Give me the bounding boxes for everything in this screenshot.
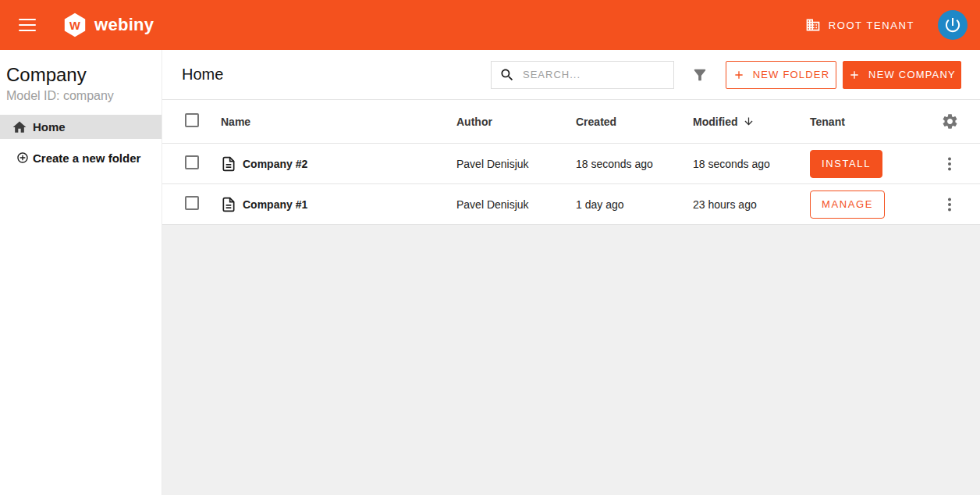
entry-name[interactable]: Company #2 <box>243 158 307 170</box>
entry-created: 18 seconds ago <box>576 158 693 170</box>
new-company-button[interactable]: NEW COMPANY <box>843 61 961 89</box>
sidebar: Company Model ID: company Home Create a … <box>0 50 162 495</box>
model-title: Company <box>0 50 162 86</box>
entry-author: Pavel Denisjuk <box>456 158 576 170</box>
search-box <box>491 61 674 89</box>
new-folder-button[interactable]: NEW FOLDER <box>726 61 836 89</box>
sort-descending-icon <box>743 116 755 127</box>
column-header-created[interactable]: Created <box>576 116 693 128</box>
home-icon <box>12 119 27 135</box>
entry-modified: 18 seconds ago <box>693 158 810 170</box>
search-input[interactable] <box>523 69 666 80</box>
menu-icon[interactable] <box>19 19 36 31</box>
select-all-checkbox[interactable] <box>185 113 199 127</box>
create-folder-button[interactable]: Create a new folder <box>0 146 162 169</box>
main-content: Home NEW FOLDER NEW COMPANY Na <box>162 50 980 495</box>
row-checkbox[interactable] <box>185 155 199 169</box>
plus-icon <box>848 69 861 81</box>
kebab-menu-icon[interactable] <box>945 194 954 215</box>
column-header-modified[interactable]: Modified <box>693 116 810 128</box>
column-header-author[interactable]: Author <box>456 116 576 128</box>
table-row[interactable]: Company #1 Pavel Denisjuk 1 day ago 23 h… <box>162 184 980 225</box>
create-folder-label: Create a new folder <box>33 151 140 165</box>
add-circle-icon <box>16 151 29 164</box>
tenant-label: ROOT TENANT <box>829 20 914 31</box>
table-header: Name Author Created Modified Tenant <box>162 100 980 144</box>
page-title: Home <box>182 66 223 84</box>
row-checkbox[interactable] <box>185 196 199 210</box>
column-header-name[interactable]: Name <box>221 116 456 128</box>
sidebar-item-home[interactable]: Home <box>0 115 162 139</box>
tenant-install-button[interactable]: INSTALL <box>810 150 882 178</box>
webiny-hexagon-icon: W <box>62 12 87 37</box>
document-icon <box>221 196 236 213</box>
sidebar-item-label: Home <box>33 120 66 134</box>
kebab-menu-icon[interactable] <box>945 154 954 174</box>
tenant-manage-button[interactable]: MANAGE <box>810 191 885 219</box>
empty-content-area <box>162 225 980 495</box>
content-header: Home NEW FOLDER NEW COMPANY <box>162 50 980 100</box>
brand-name: webiny <box>94 15 154 35</box>
user-avatar[interactable] <box>938 10 968 40</box>
svg-text:W: W <box>69 20 80 32</box>
building-icon <box>805 17 821 33</box>
table-row[interactable]: Company #2 Pavel Denisjuk 18 seconds ago… <box>162 144 980 184</box>
filter-icon[interactable] <box>691 66 709 84</box>
top-app-bar: W webiny ROOT TENANT <box>0 0 980 50</box>
webiny-logo[interactable]: W webiny <box>62 12 154 37</box>
entry-author: Pavel Denisjuk <box>456 198 576 211</box>
entry-modified: 23 hours ago <box>693 198 810 211</box>
tenant-selector[interactable]: ROOT TENANT <box>805 17 914 33</box>
entry-name[interactable]: Company #1 <box>243 198 307 211</box>
table-settings-icon[interactable] <box>941 112 959 130</box>
model-id-label: Model ID: company <box>0 86 162 103</box>
entry-created: 1 day ago <box>576 198 693 211</box>
plus-icon <box>733 69 745 81</box>
search-icon <box>499 67 515 83</box>
column-header-tenant[interactable]: Tenant <box>810 116 935 128</box>
document-icon <box>221 155 236 173</box>
